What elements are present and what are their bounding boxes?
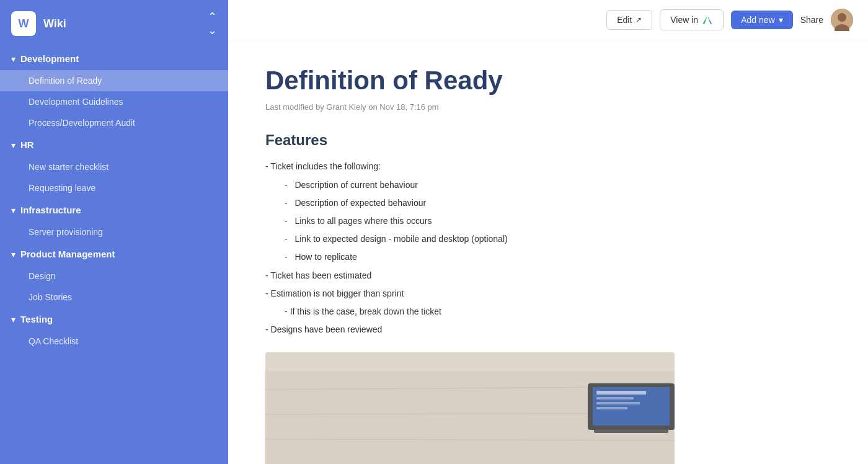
body-line-0: - Ticket includes the following: (265, 159, 831, 174)
testing-section-toggle[interactable]: ▾ Testing (0, 308, 228, 331)
sidebar-item-development-guidelines[interactable]: Development Guidelines (0, 91, 228, 112)
topbar: Edit ↗ View in Add new ▾ Share (228, 0, 868, 40)
share-button[interactable]: Share (800, 15, 823, 25)
body-line-5: - How to replicate (265, 249, 831, 265)
svg-marker-0 (702, 16, 713, 25)
external-link-icon: ↗ (636, 16, 642, 24)
chevron-down-icon: ▾ (11, 249, 16, 259)
sidebar-item-qa-checklist[interactable]: QA Checklist (0, 331, 228, 352)
nav-section-development: ▾ Development Definition of Ready Develo… (0, 47, 228, 133)
svg-rect-19 (596, 407, 627, 409)
main-area: Edit ↗ View in Add new ▾ Share (228, 0, 868, 464)
edit-button[interactable]: Edit ↗ (606, 10, 652, 30)
body-line-6: - Ticket has been estimated (265, 268, 831, 283)
page-meta: Last modified by Grant Kiely on Nov 18, … (265, 102, 831, 112)
sidebar-item-new-starter-checklist[interactable]: New starter checklist (0, 156, 228, 177)
development-section-toggle[interactable]: ▾ Development (0, 47, 228, 70)
content-area: Definition of Ready Last modified by Gra… (228, 40, 868, 464)
sidebar: W Wiki ⌃⌄ ▾ Development Definition of Re… (0, 0, 228, 464)
product-management-section-label: Product Management (20, 249, 115, 259)
chevron-down-icon: ▾ (11, 54, 16, 64)
body-line-7: - Estimation is not bigger than sprint (265, 286, 831, 301)
body-line-2: - Description of expected behaviour (265, 195, 831, 211)
sidebar-header: W Wiki ⌃⌄ (0, 0, 228, 47)
sidebar-item-job-stories[interactable]: Job Stories (0, 287, 228, 308)
sidebar-item-process-development-audit[interactable]: Process/Development Audit (0, 112, 228, 133)
sidebar-item-definition-of-ready[interactable]: Definition of Ready (0, 70, 228, 91)
hr-section-label: HR (20, 140, 34, 150)
svg-point-6 (838, 13, 846, 22)
infrastructure-section-toggle[interactable]: ▾ Infrastructure (0, 199, 228, 221)
nav-section-product-management: ▾ Product Management Design Job Stories (0, 243, 228, 308)
svg-marker-2 (707, 16, 712, 24)
svg-marker-1 (702, 16, 707, 24)
view-in-button[interactable]: View in (660, 9, 724, 30)
chevron-down-icon: ▾ (11, 205, 16, 215)
add-new-label: Add new (741, 15, 774, 25)
chevron-down-icon: ▾ (11, 315, 16, 324)
nav-section-hr: ▾ HR New starter checklist Requesting le… (0, 133, 228, 199)
content-body: - Ticket includes the following: - Descr… (265, 159, 831, 337)
development-section-label: Development (20, 53, 79, 64)
chevron-down-icon: ▾ (779, 15, 783, 25)
infrastructure-section-label: Infrastructure (20, 205, 81, 215)
body-line-8: - If this is the case, break down the ti… (265, 304, 831, 319)
wiki-title: Wiki (43, 17, 200, 30)
content-image (265, 352, 675, 464)
google-drive-icon (702, 14, 713, 25)
features-heading: Features (265, 132, 831, 149)
avatar[interactable] (831, 9, 853, 31)
page-title: Definition of Ready (265, 65, 831, 96)
nav-section-infrastructure: ▾ Infrastructure Server provisioning (0, 199, 228, 243)
svg-rect-9 (265, 352, 675, 371)
body-line-4: - Link to expected design - mobile and d… (265, 231, 831, 247)
svg-rect-18 (596, 402, 640, 404)
view-in-label: View in (670, 15, 698, 25)
testing-section-label: Testing (20, 314, 53, 324)
wiki-logo: W (11, 11, 36, 36)
nav-section-testing: ▾ Testing QA Checklist (0, 308, 228, 352)
body-line-3: - Links to all pages where this occurs (265, 213, 831, 229)
body-line-9: - Designs have been reviewed (265, 322, 831, 337)
sidebar-item-requesting-leave[interactable]: Requesting leave (0, 177, 228, 199)
body-line-1: - Description of current behaviour (265, 177, 831, 193)
sidebar-item-design[interactable]: Design (0, 265, 228, 287)
sidebar-item-server-provisioning[interactable]: Server provisioning (0, 221, 228, 243)
svg-rect-16 (596, 391, 646, 395)
edit-label: Edit (617, 15, 632, 25)
workspace-switcher-icon[interactable]: ⌃⌄ (208, 10, 217, 37)
hr-section-toggle[interactable]: ▾ HR (0, 133, 228, 156)
svg-rect-17 (596, 397, 634, 399)
chevron-down-icon: ▾ (11, 140, 16, 150)
product-management-section-toggle[interactable]: ▾ Product Management (0, 243, 228, 265)
add-new-button[interactable]: Add new ▾ (731, 11, 792, 29)
